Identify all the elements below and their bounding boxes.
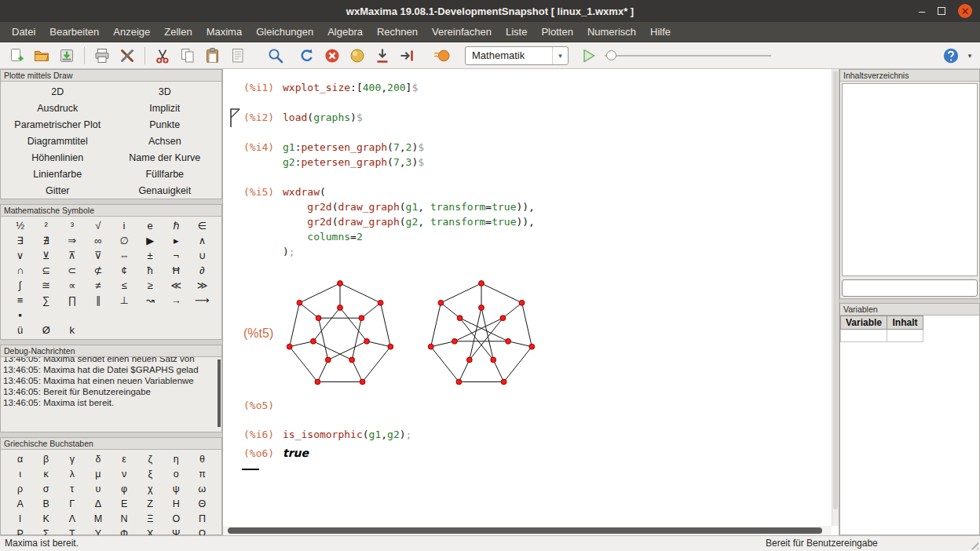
worksheet[interactable]: (%i1)wxplot_size:[400,200]$(%i2)load(gra… <box>223 69 839 535</box>
greek-letter-button[interactable]: Π <box>189 511 215 526</box>
variables-empty-cell[interactable] <box>841 330 887 342</box>
draw-button-2d[interactable]: 2D <box>4 83 112 100</box>
greek-letter-button[interactable]: λ <box>59 466 85 481</box>
symbol-button[interactable]: ³ <box>59 218 85 233</box>
symbol-button[interactable]: ∈ <box>189 218 215 233</box>
draw-panel-caption[interactable]: Plotte mittels Draw <box>1 70 221 82</box>
symbol-button[interactable]: ∫ <box>7 278 33 293</box>
toolbar-follow-button[interactable] <box>346 44 369 68</box>
symbol-button[interactable]: ℏ <box>163 218 189 233</box>
draw-button-implizit[interactable]: Implizit <box>112 100 219 116</box>
input-cell[interactable]: (%i2)load(graphs)$ <box>232 110 832 125</box>
greek-letter-button[interactable]: τ <box>59 481 85 496</box>
greek-letter-button[interactable]: Φ <box>112 526 137 535</box>
menu-item-hilfe[interactable]: Hilfe <box>643 22 678 42</box>
greek-letter-button[interactable]: Τ <box>59 526 85 535</box>
greek-letter-button[interactable]: υ <box>85 481 111 496</box>
symbol-button[interactable]: ∨ <box>7 248 33 263</box>
menu-item-plotten[interactable]: Plotten <box>534 22 580 42</box>
titlebar[interactable]: wxMaxima 19.08.1-DevelopmentSnapshot [ l… <box>0 0 980 22</box>
symbol-button[interactable]: i <box>112 218 137 233</box>
chevron-down-icon[interactable]: ▾ <box>552 47 568 64</box>
greek-letter-button[interactable]: Ω <box>189 526 215 535</box>
input-cell[interactable]: (%i5)wxdraw( gr2d(draw_graph(g1, transfo… <box>232 184 832 259</box>
greek-letter-button[interactable]: Λ <box>59 511 85 526</box>
greek-letter-button[interactable]: π <box>189 466 215 481</box>
menu-item-numerisch[interactable]: Numerisch <box>580 22 643 42</box>
symbol-button[interactable]: ≡ <box>7 293 33 308</box>
symbol-button[interactable]: ⊼ <box>59 248 85 263</box>
draw-button-ausdruck[interactable]: Ausdruck <box>4 100 112 116</box>
draw-button-f-llfarbe[interactable]: Füllfarbe <box>112 166 219 182</box>
toolbar-wxmaxima-logo-button[interactable] <box>430 44 454 68</box>
toolbar-play-button[interactable] <box>576 44 600 68</box>
greek-letter-button[interactable]: Χ <box>137 526 163 535</box>
draw-button-parametrischer-plot[interactable]: Parametrischer Plot <box>4 116 112 133</box>
greek-letter-button[interactable]: ω <box>189 481 215 496</box>
greek-letter-button[interactable]: Ι <box>7 511 33 526</box>
greek-letter-button[interactable]: Ρ <box>7 526 33 535</box>
symbol-button[interactable]: ¢ <box>112 263 137 278</box>
toc-panel-caption[interactable]: Inhaltsverzeichnis <box>840 70 979 82</box>
symbol-button[interactable]: ∑ <box>33 293 59 308</box>
toolbar-print-button[interactable] <box>90 44 114 68</box>
menu-item-algebra[interactable]: Algebra <box>320 22 370 42</box>
greek-letter-button[interactable]: ψ <box>163 481 189 496</box>
greek-letter-button[interactable]: θ <box>189 451 215 466</box>
symbol-button[interactable]: ∅ <box>112 233 137 248</box>
input-cell[interactable]: (%i6)is_isomorphic(g1,g2); <box>232 427 832 442</box>
cell-bracket[interactable] <box>229 108 240 128</box>
symbol-button[interactable]: ▶ <box>137 233 163 248</box>
greek-letter-button[interactable]: ι <box>7 466 33 481</box>
code-line[interactable]: is_isomorphic(g1,g2); <box>283 427 411 442</box>
symbol-button[interactable]: k <box>59 323 85 338</box>
symbol-button[interactable]: ⊂ <box>59 263 85 278</box>
code-line[interactable]: wxplot_size:[400,200]$ <box>283 80 418 95</box>
menu-item-rechnen[interactable]: Rechnen <box>370 22 425 42</box>
draw-button-diagrammtitel[interactable]: Diagrammtitel <box>4 133 112 149</box>
slider-handle[interactable] <box>606 50 616 60</box>
symbol-button[interactable]: ∥ <box>85 293 111 308</box>
draw-button-gitter[interactable]: Gitter <box>4 182 112 199</box>
draw-button-name-der-kurve[interactable]: Name der Kurve <box>112 149 219 166</box>
toolbar-interrupt-button[interactable] <box>320 44 344 68</box>
greek-letter-button[interactable]: μ <box>85 466 111 481</box>
symbol-button[interactable]: ⇒ <box>59 233 85 248</box>
symbol-button[interactable]: ⟶ <box>189 293 215 308</box>
menu-item-gleichungen[interactable]: Gleichungen <box>249 22 320 42</box>
variables-panel-caption[interactable]: Variablen <box>840 304 979 316</box>
greek-panel-caption[interactable]: Griechische Buchstaben <box>1 438 221 450</box>
toolbar-help-button[interactable] <box>939 44 963 68</box>
greek-letter-button[interactable]: E <box>112 496 137 511</box>
greek-letter-button[interactable]: Z <box>137 496 163 511</box>
toolbar-find-button[interactable] <box>264 44 287 68</box>
menu-item-datei[interactable]: Datei <box>5 22 42 42</box>
variables-empty-cell[interactable] <box>887 330 923 342</box>
debug-scrollbar[interactable] <box>218 359 221 427</box>
symbol-button[interactable]: ≠ <box>85 278 111 293</box>
greek-letter-button[interactable]: A <box>7 496 33 511</box>
greek-letter-button[interactable]: φ <box>112 481 137 496</box>
symbol-button[interactable]: → <box>163 293 189 308</box>
greek-letter-button[interactable]: α <box>7 451 33 466</box>
symbol-button[interactable]: Ħ <box>163 263 189 278</box>
worksheet-cursor[interactable] <box>242 469 259 470</box>
greek-letter-button[interactable]: Μ <box>85 511 111 526</box>
toolbar-paste-button[interactable] <box>201 44 225 68</box>
toc-filter-input[interactable] <box>842 279 978 297</box>
symbol-button[interactable]: ∄ <box>33 233 59 248</box>
draw-button-achsen[interactable]: Achsen <box>112 133 219 149</box>
toolbar-overflow-button[interactable]: ▾ <box>964 52 975 60</box>
symbol-button[interactable]: ∂ <box>189 263 215 278</box>
toolbar-configure-button[interactable] <box>115 44 139 68</box>
symbol-button[interactable]: Ø <box>33 323 59 338</box>
symbol-button[interactable]: ∃ <box>7 233 33 248</box>
toolbar-save-button[interactable] <box>55 44 79 68</box>
toolbar-new-document-button[interactable] <box>5 44 28 68</box>
symbol-button[interactable]: ∪ <box>189 248 215 263</box>
draw-button-genauigkeit[interactable]: Genauigkeit <box>112 182 219 199</box>
symbol-button[interactable]: ¬ <box>163 248 189 263</box>
symbols-panel-caption[interactable]: Mathematische Symbole <box>1 205 221 217</box>
code-line[interactable]: columns=2 <box>283 229 363 244</box>
debug-panel-caption[interactable]: Debug-Nachrichten <box>1 345 221 357</box>
